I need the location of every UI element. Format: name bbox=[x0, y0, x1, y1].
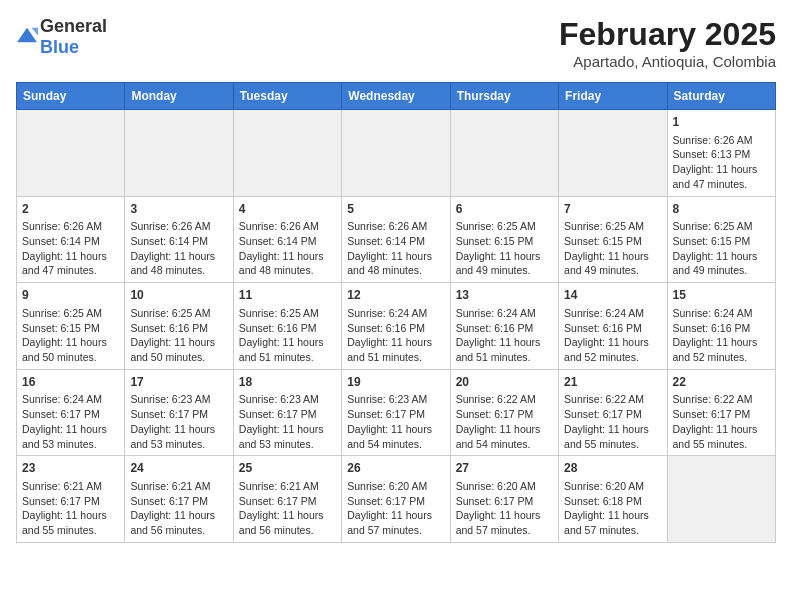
day-number: 22 bbox=[673, 374, 770, 391]
logo-icon bbox=[16, 24, 38, 46]
day-number: 25 bbox=[239, 460, 336, 477]
day-number: 19 bbox=[347, 374, 444, 391]
day-info: Daylight: 11 hours and 56 minutes. bbox=[239, 508, 336, 537]
day-info: Sunset: 6:14 PM bbox=[22, 234, 119, 249]
calendar-cell bbox=[233, 110, 341, 197]
day-number: 15 bbox=[673, 287, 770, 304]
day-info: Daylight: 11 hours and 53 minutes. bbox=[239, 422, 336, 451]
calendar-cell: 13Sunrise: 6:24 AMSunset: 6:16 PMDayligh… bbox=[450, 283, 558, 370]
calendar-cell: 18Sunrise: 6:23 AMSunset: 6:17 PMDayligh… bbox=[233, 369, 341, 456]
day-info: Sunrise: 6:21 AM bbox=[22, 479, 119, 494]
day-info: Sunrise: 6:26 AM bbox=[673, 133, 770, 148]
calendar-cell: 17Sunrise: 6:23 AMSunset: 6:17 PMDayligh… bbox=[125, 369, 233, 456]
day-info: Daylight: 11 hours and 53 minutes. bbox=[130, 422, 227, 451]
day-info: Daylight: 11 hours and 49 minutes. bbox=[564, 249, 661, 278]
day-info: Sunrise: 6:26 AM bbox=[347, 219, 444, 234]
calendar-cell: 22Sunrise: 6:22 AMSunset: 6:17 PMDayligh… bbox=[667, 369, 775, 456]
calendar-cell bbox=[450, 110, 558, 197]
calendar-cell: 24Sunrise: 6:21 AMSunset: 6:17 PMDayligh… bbox=[125, 456, 233, 543]
column-header-wednesday: Wednesday bbox=[342, 83, 450, 110]
day-number: 21 bbox=[564, 374, 661, 391]
day-number: 23 bbox=[22, 460, 119, 477]
day-info: Daylight: 11 hours and 55 minutes. bbox=[673, 422, 770, 451]
day-info: Sunset: 6:17 PM bbox=[347, 407, 444, 422]
day-info: Daylight: 11 hours and 53 minutes. bbox=[22, 422, 119, 451]
day-info: Sunset: 6:16 PM bbox=[347, 321, 444, 336]
svg-marker-1 bbox=[31, 28, 38, 36]
day-info: Sunset: 6:15 PM bbox=[22, 321, 119, 336]
day-info: Sunrise: 6:25 AM bbox=[673, 219, 770, 234]
day-info: Sunset: 6:15 PM bbox=[564, 234, 661, 249]
column-header-monday: Monday bbox=[125, 83, 233, 110]
day-info: Sunrise: 6:25 AM bbox=[239, 306, 336, 321]
column-header-thursday: Thursday bbox=[450, 83, 558, 110]
day-info: Daylight: 11 hours and 55 minutes. bbox=[564, 422, 661, 451]
day-number: 28 bbox=[564, 460, 661, 477]
day-number: 26 bbox=[347, 460, 444, 477]
calendar-cell: 3Sunrise: 6:26 AMSunset: 6:14 PMDaylight… bbox=[125, 196, 233, 283]
calendar-cell: 14Sunrise: 6:24 AMSunset: 6:16 PMDayligh… bbox=[559, 283, 667, 370]
calendar-cell: 27Sunrise: 6:20 AMSunset: 6:17 PMDayligh… bbox=[450, 456, 558, 543]
day-info: Sunset: 6:17 PM bbox=[456, 494, 553, 509]
location-subtitle: Apartado, Antioquia, Colombia bbox=[559, 53, 776, 70]
day-info: Sunrise: 6:21 AM bbox=[239, 479, 336, 494]
day-number: 24 bbox=[130, 460, 227, 477]
calendar-cell: 12Sunrise: 6:24 AMSunset: 6:16 PMDayligh… bbox=[342, 283, 450, 370]
calendar-cell: 7Sunrise: 6:25 AMSunset: 6:15 PMDaylight… bbox=[559, 196, 667, 283]
day-number: 9 bbox=[22, 287, 119, 304]
day-number: 4 bbox=[239, 201, 336, 218]
day-number: 2 bbox=[22, 201, 119, 218]
day-number: 10 bbox=[130, 287, 227, 304]
day-info: Daylight: 11 hours and 51 minutes. bbox=[347, 335, 444, 364]
day-info: Sunrise: 6:26 AM bbox=[130, 219, 227, 234]
day-info: Sunrise: 6:24 AM bbox=[22, 392, 119, 407]
day-info: Sunrise: 6:25 AM bbox=[564, 219, 661, 234]
day-info: Sunset: 6:14 PM bbox=[347, 234, 444, 249]
day-info: Sunset: 6:17 PM bbox=[456, 407, 553, 422]
calendar-cell bbox=[342, 110, 450, 197]
day-number: 11 bbox=[239, 287, 336, 304]
day-info: Sunset: 6:17 PM bbox=[239, 407, 336, 422]
day-number: 16 bbox=[22, 374, 119, 391]
calendar-cell bbox=[667, 456, 775, 543]
day-info: Sunrise: 6:25 AM bbox=[456, 219, 553, 234]
calendar-cell: 4Sunrise: 6:26 AMSunset: 6:14 PMDaylight… bbox=[233, 196, 341, 283]
column-header-saturday: Saturday bbox=[667, 83, 775, 110]
calendar-week-row: 9Sunrise: 6:25 AMSunset: 6:15 PMDaylight… bbox=[17, 283, 776, 370]
day-info: Sunrise: 6:23 AM bbox=[130, 392, 227, 407]
calendar-cell: 28Sunrise: 6:20 AMSunset: 6:18 PMDayligh… bbox=[559, 456, 667, 543]
day-info: Daylight: 11 hours and 57 minutes. bbox=[456, 508, 553, 537]
day-info: Sunrise: 6:22 AM bbox=[456, 392, 553, 407]
day-info: Daylight: 11 hours and 47 minutes. bbox=[673, 162, 770, 191]
calendar-cell: 8Sunrise: 6:25 AMSunset: 6:15 PMDaylight… bbox=[667, 196, 775, 283]
calendar-week-row: 16Sunrise: 6:24 AMSunset: 6:17 PMDayligh… bbox=[17, 369, 776, 456]
day-info: Daylight: 11 hours and 47 minutes. bbox=[22, 249, 119, 278]
day-info: Sunset: 6:15 PM bbox=[673, 234, 770, 249]
day-info: Daylight: 11 hours and 48 minutes. bbox=[130, 249, 227, 278]
day-info: Sunset: 6:17 PM bbox=[130, 494, 227, 509]
day-number: 5 bbox=[347, 201, 444, 218]
day-info: Sunset: 6:14 PM bbox=[239, 234, 336, 249]
day-info: Sunset: 6:17 PM bbox=[239, 494, 336, 509]
day-info: Sunrise: 6:20 AM bbox=[564, 479, 661, 494]
day-info: Sunrise: 6:25 AM bbox=[22, 306, 119, 321]
calendar-cell: 26Sunrise: 6:20 AMSunset: 6:17 PMDayligh… bbox=[342, 456, 450, 543]
day-info: Sunrise: 6:24 AM bbox=[347, 306, 444, 321]
day-info: Daylight: 11 hours and 56 minutes. bbox=[130, 508, 227, 537]
calendar-cell: 21Sunrise: 6:22 AMSunset: 6:17 PMDayligh… bbox=[559, 369, 667, 456]
calendar-cell: 15Sunrise: 6:24 AMSunset: 6:16 PMDayligh… bbox=[667, 283, 775, 370]
day-info: Daylight: 11 hours and 52 minutes. bbox=[564, 335, 661, 364]
day-number: 13 bbox=[456, 287, 553, 304]
day-info: Sunrise: 6:25 AM bbox=[130, 306, 227, 321]
day-info: Sunrise: 6:26 AM bbox=[22, 219, 119, 234]
day-info: Daylight: 11 hours and 51 minutes. bbox=[239, 335, 336, 364]
day-info: Sunset: 6:16 PM bbox=[130, 321, 227, 336]
column-header-sunday: Sunday bbox=[17, 83, 125, 110]
calendar-cell: 5Sunrise: 6:26 AMSunset: 6:14 PMDaylight… bbox=[342, 196, 450, 283]
day-info: Sunset: 6:17 PM bbox=[22, 494, 119, 509]
day-info: Sunrise: 6:24 AM bbox=[564, 306, 661, 321]
day-info: Sunset: 6:17 PM bbox=[22, 407, 119, 422]
logo-blue-text: Blue bbox=[40, 37, 79, 57]
day-number: 12 bbox=[347, 287, 444, 304]
day-info: Daylight: 11 hours and 54 minutes. bbox=[456, 422, 553, 451]
